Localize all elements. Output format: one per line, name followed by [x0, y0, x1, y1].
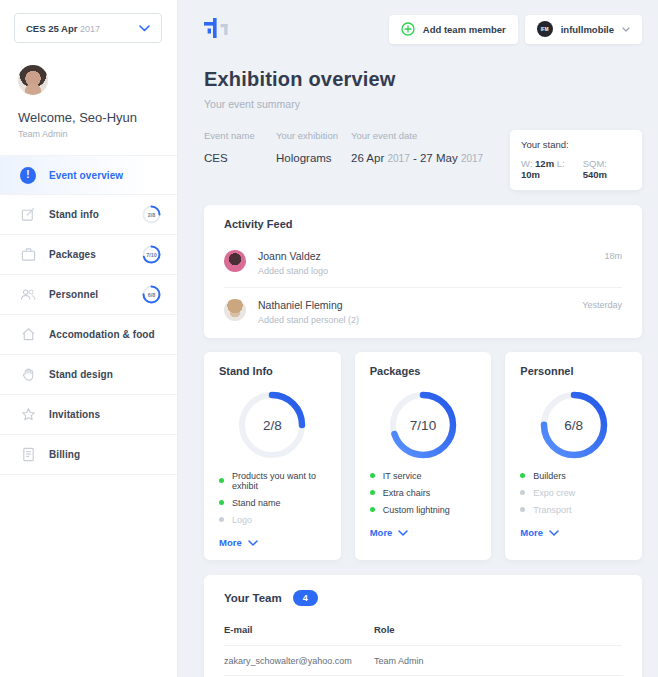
status-dot [219, 517, 224, 522]
status-dot [520, 490, 525, 495]
your-stand-title: Your stand: [521, 139, 631, 150]
main-content: Add team member IFM infullmobile Exhibit… [178, 0, 658, 677]
sidebar-item-personnel[interactable]: Personnel 6/8 [0, 275, 177, 315]
event-overview-icon: ! [20, 167, 36, 183]
chevron-down-icon [248, 540, 258, 546]
sidebar: CES 25 Apr 2017 Welcome, Seo-Hyun Team A… [0, 0, 178, 677]
table-row[interactable]: zakary_schowalter@yahoo.com Team Admin [224, 645, 622, 675]
check-item: Logo [219, 511, 326, 528]
activity-time: Yesterday [582, 299, 622, 310]
sidebar-item-label: Event overview [49, 170, 123, 181]
check-item: Stand name [219, 494, 326, 511]
team-table: E-mail Role zakary_schowalter@yahoo.com … [224, 618, 622, 677]
svg-text:6/8: 6/8 [148, 292, 156, 298]
chevron-down-icon [549, 530, 559, 536]
email-column-header: E-mail [224, 624, 374, 635]
org-logo: IFM [537, 21, 553, 37]
status-dot [219, 500, 224, 505]
welcome-text: Welcome, Seo-Hyun [18, 110, 159, 125]
event-info-row: Event name CES Your exhibition Holograms… [204, 130, 642, 190]
chevron-down-icon [398, 530, 408, 536]
topbar-actions: Add team member IFM infullmobile [389, 15, 642, 44]
check-item: Extra chairs [370, 484, 477, 501]
team-member-email: zakary_schowalter@yahoo.com [224, 656, 374, 666]
user-role: Team Admin [18, 129, 159, 139]
progress-cards-row: Stand Info 2/8 Products you want to exhi… [204, 352, 642, 560]
table-header-row: E-mail Role [224, 618, 622, 645]
status-dot [370, 490, 375, 495]
packages-progress-badge: 7/10 [141, 244, 162, 265]
packages-donut: 7/10 [387, 389, 459, 461]
sidebar-item-label: Personnel [49, 289, 98, 300]
status-dot [520, 473, 525, 478]
svg-text:2/8: 2/8 [148, 212, 156, 218]
stand-info-card: Stand Info 2/8 Products you want to exhi… [204, 352, 341, 560]
sidebar-item-invitations[interactable]: Invitations [0, 395, 177, 435]
check-item: Expo crew [520, 484, 627, 501]
page-subtitle: Your event summary [204, 98, 642, 110]
activity-feed-title: Activity Feed [224, 218, 622, 230]
more-link[interactable]: More [520, 527, 627, 538]
svg-text:7/10: 7/10 [146, 252, 157, 258]
add-team-member-button[interactable]: Add team member [389, 15, 518, 44]
sidebar-item-billing[interactable]: Billing [0, 435, 177, 475]
your-stand-values: W: 12m L: 10m SQM: 540m [521, 158, 631, 180]
home-icon [20, 327, 36, 343]
event-name-value: CES [204, 152, 276, 164]
activity-row[interactable]: Nathaniel Fleming Added stand personel (… [224, 287, 622, 336]
team-member-role: Team Admin [374, 656, 622, 666]
personnel-card: Personnel 6/8 Builders Expo crew [505, 352, 642, 560]
progress-value: 7/10 [387, 389, 459, 461]
plus-circle-icon [401, 22, 415, 36]
check-list: Builders Expo crew Transport [520, 467, 627, 518]
sidebar-item-event-overview[interactable]: ! Event overview [0, 155, 177, 195]
avatar [224, 299, 246, 321]
team-title: Your Team [224, 592, 282, 604]
chevron-down-icon [139, 25, 150, 32]
sidebar-item-stand-design[interactable]: Stand design [0, 355, 177, 395]
activity-user-name: Joann Valdez [258, 250, 328, 262]
people-icon [20, 287, 36, 303]
role-column-header: Role [374, 624, 622, 635]
activity-feed-card: Activity Feed Joann Valdez Added stand l… [204, 205, 642, 338]
activity-action: Added stand logo [258, 266, 328, 276]
account-name: infullmobile [561, 24, 614, 35]
activity-action: Added stand personel (2) [258, 315, 359, 325]
check-list: IT service Extra chairs Custom lightning [370, 467, 477, 518]
event-name-label: Event name [204, 130, 276, 141]
add-team-member-label: Add team member [423, 24, 506, 35]
account-menu-button[interactable]: IFM infullmobile [525, 15, 642, 44]
box-icon [20, 247, 36, 263]
activity-user-name: Nathaniel Fleming [258, 299, 359, 311]
status-dot [370, 507, 375, 512]
event-date-label: Your event date [351, 130, 483, 141]
team-count-badge: 4 [293, 590, 318, 606]
sidebar-item-label: Invitations [49, 409, 100, 420]
event-name-field: Event name CES [204, 130, 276, 164]
event-selector-dropdown[interactable]: CES 25 Apr 2017 [14, 13, 162, 43]
event-date-field: Your event date 26 Apr 2017 - 27 May 201… [351, 130, 483, 164]
exhibition-label: Your exhibition [276, 130, 351, 141]
your-team-card: Your Team 4 E-mail Role zakary_schowalte… [204, 575, 642, 677]
sidebar-item-packages[interactable]: Packages 7/10 [0, 235, 177, 275]
exhibition-value: Holograms [276, 152, 351, 164]
exhibition-field: Your exhibition Holograms [276, 130, 351, 164]
sidebar-item-accommodation[interactable]: Accomodation & food [0, 315, 177, 355]
more-link[interactable]: More [219, 537, 326, 548]
activity-row[interactable]: Joann Valdez Added stand logo 18m [224, 239, 622, 287]
star-icon [20, 407, 36, 423]
progress-value: 6/8 [538, 389, 610, 461]
status-dot [370, 473, 375, 478]
sidebar-item-stand-info[interactable]: Stand info 2/8 [0, 195, 177, 235]
packages-card: Packages 7/10 IT service Extra chairs [355, 352, 492, 560]
activity-time: 18m [604, 250, 622, 261]
page-title: Exhibition overview [204, 68, 642, 91]
status-dot [520, 507, 525, 512]
event-date-value: 26 Apr 2017 - 27 May 2017 [351, 152, 483, 164]
more-link[interactable]: More [370, 527, 477, 538]
sidebar-item-label: Accomodation & food [49, 329, 155, 340]
caret-down-icon [622, 27, 630, 32]
topbar: Add team member IFM infullmobile [204, 14, 642, 44]
app-logo-icon [204, 18, 231, 40]
personnel-donut: 6/8 [538, 389, 610, 461]
